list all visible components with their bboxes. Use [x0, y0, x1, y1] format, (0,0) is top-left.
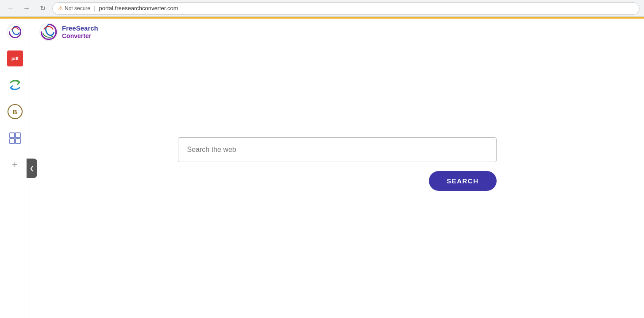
arrows-icon: [8, 78, 22, 92]
warning-icon: ⚠: [58, 5, 63, 12]
logo-swirl-icon: [39, 22, 58, 42]
convert-icon-button[interactable]: [6, 76, 24, 94]
svg-rect-4: [15, 139, 20, 143]
logo-container: FreeSearch Converter: [39, 22, 98, 42]
logo-converter: Converter: [62, 32, 98, 40]
svg-point-5: [40, 23, 58, 40]
address-url: portal.freesearchconverter.com: [99, 5, 178, 12]
add-icon-button[interactable]: +: [6, 156, 24, 174]
collapse-icon: ❮: [30, 165, 34, 171]
search-button[interactable]: SEARCH: [429, 171, 496, 191]
search-button-wrapper: SEARCH: [178, 171, 497, 191]
svg-rect-2: [15, 133, 20, 138]
browser-chrome: ← → ↻ ⚠ Not secure | portal.freesearchco…: [0, 0, 644, 17]
main-content: FreeSearch Converter SEARCH: [30, 19, 644, 318]
address-separator: |: [94, 5, 95, 12]
grid-icon-button[interactable]: [6, 129, 24, 147]
not-secure-indicator: ⚠ Not secure: [58, 5, 90, 12]
address-bar[interactable]: ⚠ Not secure | portal.freesearchconverte…: [52, 2, 640, 15]
content-area: SEARCH: [30, 45, 644, 318]
sidebar-swirl-icon[interactable]: [6, 23, 24, 41]
sidebar-icons: pdf B +: [0, 19, 30, 318]
search-input-wrapper: [178, 137, 497, 162]
circle-b-icon: B: [8, 104, 23, 119]
logo-freesearch: FreeSearch: [62, 24, 98, 32]
search-input[interactable]: [178, 137, 497, 162]
plus-icon: +: [12, 159, 18, 171]
not-secure-label: Not secure: [65, 5, 90, 12]
app-layout: pdf B +: [0, 19, 644, 318]
svg-rect-1: [10, 133, 15, 138]
svg-rect-3: [10, 139, 15, 143]
pdf-icon-button[interactable]: pdf: [6, 50, 24, 67]
pdf-icon: pdf: [7, 50, 23, 66]
back-button[interactable]: ←: [4, 2, 17, 15]
sidebar-collapse-tab[interactable]: ❮: [27, 159, 37, 178]
logo-text: FreeSearch Converter: [62, 24, 98, 40]
forward-button[interactable]: →: [20, 2, 33, 15]
grid-icon: [8, 131, 22, 145]
reload-button[interactable]: ↻: [36, 2, 49, 15]
header-bar: FreeSearch Converter: [30, 19, 644, 45]
circle-b-icon-button[interactable]: B: [6, 103, 24, 120]
